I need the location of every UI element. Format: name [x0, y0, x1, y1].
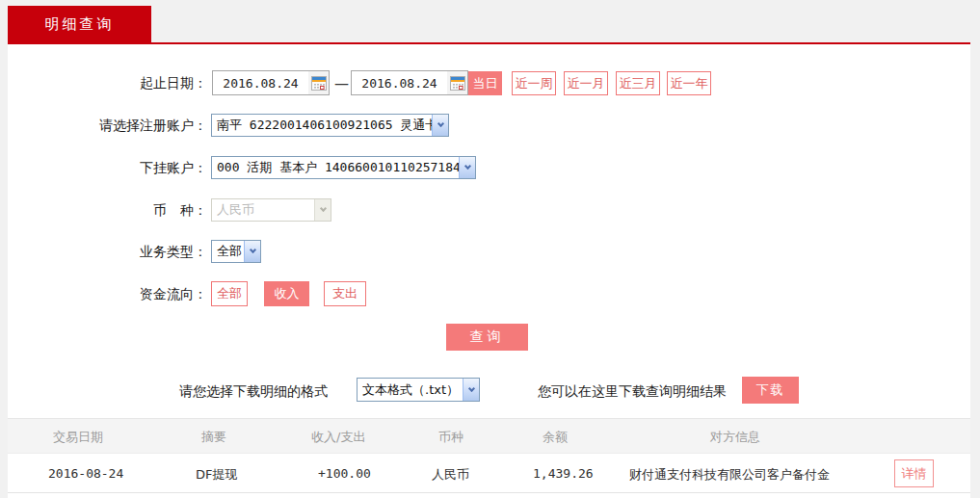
chevron-down-icon[interactable] [459, 157, 475, 178]
table-header-currency: 币种 [438, 429, 464, 446]
fund-flow-income-button[interactable]: 收入 [264, 281, 309, 306]
download-hint: 您可以在这里下载查询明细结果 [538, 383, 727, 401]
calendar-icon[interactable] [447, 71, 467, 94]
table-header-row: 交易日期 摘要 收入/支出 币种 余额 对方信息 [8, 418, 970, 453]
quick-range-3months-button[interactable]: 近三月 [616, 71, 660, 95]
table-header-summary: 摘要 [201, 429, 226, 446]
quick-range-month-button[interactable]: 近一月 [564, 71, 608, 95]
calendar-icon[interactable] [308, 71, 329, 94]
business-type-select[interactable]: 全部 [211, 240, 261, 263]
date-from-value[interactable]: 2016.08.24 [213, 76, 308, 91]
table-row: 2016-08-24 DF提现 +100.00 人民币 1,439.26 财付通… [8, 453, 970, 493]
date-separator: — [334, 75, 349, 92]
currency-value: 人民币 [212, 201, 314, 219]
cell-date: 2016-08-24 [48, 466, 123, 481]
quick-range-year-button[interactable]: 近一年 [667, 71, 711, 95]
detail-button[interactable]: 详情 [894, 459, 934, 487]
fund-flow-all-button[interactable]: 全部 [211, 281, 248, 306]
detail-query-page: 明细查询 起止日期： 2016.08.24 — 2016.08.24 [0, 0, 980, 498]
table-header-balance: 余额 [543, 429, 568, 446]
fund-flow-label: 资金流向： [0, 281, 207, 306]
currency-select: 人民币 [211, 198, 331, 222]
date-from-input[interactable]: 2016.08.24 [212, 70, 330, 95]
register-account-value: 南平 6222001406100921065 灵通卡 [212, 117, 432, 134]
fund-flow-expense-button[interactable]: 支出 [324, 281, 366, 306]
cell-currency: 人民币 [432, 466, 469, 484]
date-to-input[interactable]: 2016.08.24 [351, 70, 468, 95]
tab-underline [8, 42, 970, 44]
business-type-value: 全部 [212, 243, 244, 260]
cell-summary: DF提现 [196, 466, 238, 484]
cell-counterparty: 财付通支付科技有限公司客户备付金 [629, 466, 830, 484]
sub-account-value: 000 活期 基本户 1406600101102571848 [212, 159, 459, 176]
business-type-label: 业务类型： [0, 240, 207, 263]
register-account-select[interactable]: 南平 6222001406100921065 灵通卡 [211, 114, 449, 137]
register-account-label: 请选择注册账户： [0, 114, 207, 137]
chevron-down-icon [314, 199, 331, 221]
chevron-down-icon[interactable] [463, 379, 479, 401]
date-range-label: 起止日期： [0, 70, 207, 95]
cell-balance: 1,439.26 [533, 466, 594, 481]
quick-range-today-button[interactable]: 当日 [468, 71, 502, 95]
sub-account-select[interactable]: 000 活期 基本户 1406600101102571848 [211, 156, 476, 179]
quick-range-week-button[interactable]: 近一周 [512, 71, 556, 95]
currency-label: 币 种： [0, 198, 207, 222]
download-format-value: 文本格式（.txt） [358, 381, 463, 399]
sub-account-label: 下挂账户： [0, 156, 207, 179]
table-header-date: 交易日期 [53, 429, 103, 446]
download-format-label: 请您选择下载明细的格式 [179, 383, 328, 401]
chevron-down-icon[interactable] [244, 241, 260, 262]
query-button[interactable]: 查询 [446, 324, 528, 351]
table-header-amount: 收入/支出 [311, 429, 365, 446]
table-header-counterparty: 对方信息 [710, 429, 760, 446]
date-to-value[interactable]: 2016.08.24 [352, 76, 447, 91]
tab-detail-query[interactable]: 明细查询 [8, 6, 151, 42]
download-format-select[interactable]: 文本格式（.txt） [357, 378, 480, 402]
download-button[interactable]: 下载 [742, 377, 799, 404]
chevron-down-icon[interactable] [432, 115, 448, 136]
cell-amount: +100.00 [318, 466, 371, 481]
